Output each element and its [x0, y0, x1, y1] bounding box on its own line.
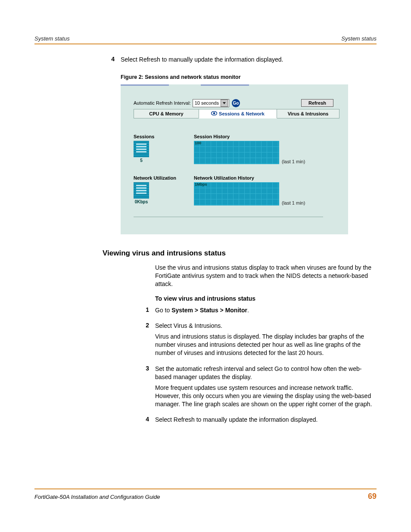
section-subheading: To view virus and intrusions status	[155, 295, 377, 302]
step-3: 3 Set the automatic refresh interval and…	[137, 365, 377, 411]
session-history-last: (last 1 min)	[282, 159, 305, 164]
step-2: 2 Select Virus & Intrusions. Virus and i…	[137, 322, 377, 360]
tab-cpu-memory[interactable]: CPU & Memory	[134, 109, 199, 118]
network-history-chart: 1Mbps	[194, 182, 279, 205]
session-history-label: Session History	[194, 134, 339, 139]
section-intro: Use the virus and intrusions status disp…	[155, 264, 377, 288]
page-footer: FortiGate-50A Installation and Configura…	[34, 488, 377, 501]
sessions-value: 5	[134, 158, 149, 163]
step-text: Set the automatic refresh interval and s…	[155, 365, 377, 381]
step-text: Virus and intrusions status is displayed…	[155, 333, 377, 357]
figure-2: Automatic Refresh Interval: 10 seconds G…	[121, 84, 348, 234]
network-history-ylabel: 1Mbps	[195, 182, 207, 187]
step-number: 1	[137, 306, 155, 317]
go-button[interactable]: Go	[232, 99, 240, 107]
sessions-label: Sessions	[134, 134, 194, 139]
page-number: 69	[368, 492, 377, 501]
monitor-tabs: CPU & Memory Sessions & Network Virus & …	[134, 109, 339, 118]
network-value: 0Kbps	[134, 199, 149, 204]
refresh-interval-label: Automatic Refresh Interval:	[134, 100, 191, 106]
refresh-interval-select[interactable]: 10 seconds	[193, 99, 229, 107]
step-number: 3	[137, 365, 155, 411]
sessions-mini-chart	[134, 141, 149, 157]
section-heading: Viewing virus and intrusions status	[103, 249, 377, 258]
tab-virus-intrusions[interactable]: Virus & Intrusions	[277, 109, 339, 118]
step-text: Select Refresh to manually update the in…	[121, 56, 377, 64]
network-history-last: (last 1 min)	[282, 200, 305, 205]
footer-left: FortiGate-50A Installation and Configura…	[34, 494, 160, 500]
panel-divider	[134, 217, 323, 217]
svg-marker-0	[223, 102, 226, 104]
network-history-label: Network Utilization History	[194, 175, 339, 180]
figure-top-highlights	[121, 84, 249, 86]
figure-caption: Figure 2: Sessions and network status mo…	[121, 74, 377, 80]
refresh-interval-value: 10 seconds	[195, 100, 219, 106]
chevron-down-icon	[221, 100, 228, 107]
tab-sessions-network[interactable]: Sessions & Network	[199, 109, 277, 118]
network-mini-chart	[134, 182, 149, 199]
session-history-ylabel: 100	[195, 141, 201, 145]
step-number: 2	[137, 322, 155, 360]
eye-icon	[211, 111, 217, 116]
step-4: 4 Select Refresh to manually update the …	[137, 416, 377, 426]
step-text: Select Refresh to manually update the in…	[155, 416, 377, 424]
header-right: System status	[341, 35, 377, 42]
step-text: More frequent updates use system resourc…	[155, 384, 377, 408]
session-history-chart: 100	[194, 141, 279, 164]
network-label: Network Utilization	[134, 175, 194, 180]
step-number: 4	[137, 416, 155, 426]
header-left: System status	[34, 35, 70, 42]
step-text: Select Virus & Intrusions.	[155, 322, 377, 330]
sessions-row: Sessions 5 Session History 100 (last 1 m…	[134, 134, 339, 164]
tab-sessions-label: Sessions & Network	[219, 111, 265, 116]
step-1: 1 Go to System > Status > Monitor.	[137, 306, 377, 317]
refresh-button[interactable]: Refresh	[301, 99, 333, 107]
pre-step-4: 4 Select Refresh to manually update the …	[103, 56, 377, 66]
step-number: 4	[103, 56, 121, 66]
step-text: Go to System > Status > Monitor.	[155, 306, 377, 314]
page-header: System status System status	[34, 35, 377, 44]
svg-point-2	[213, 112, 215, 114]
network-row: Network Utilization 0Kbps Network Utiliz…	[134, 175, 339, 205]
